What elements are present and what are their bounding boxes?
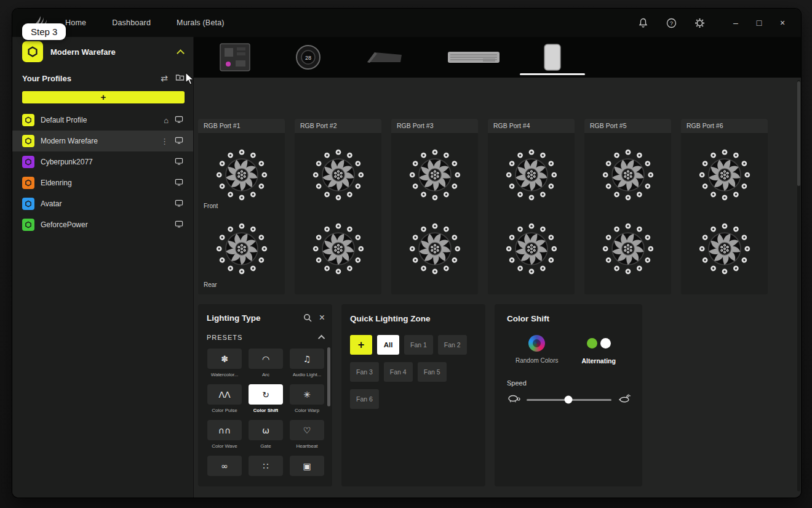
- main-scrollbar-thumb[interactable]: [797, 81, 800, 186]
- close-panel-icon[interactable]: ×: [319, 313, 325, 323]
- profile-name: Avatar: [41, 200, 62, 208]
- fan-zone[interactable]: [407, 220, 463, 277]
- audio-lighting-icon: ♫: [303, 354, 311, 364]
- fan-zone[interactable]: [600, 220, 656, 277]
- new-folder-icon[interactable]: [175, 73, 185, 84]
- presets-section-label: PRESETS: [207, 334, 242, 341]
- preset-color-warp[interactable]: ✳ Color Warp: [289, 384, 325, 413]
- random-colors-option[interactable]: Random Colors: [515, 335, 558, 365]
- profile-icon: [22, 177, 34, 189]
- port-label: RGB Port #4: [488, 119, 575, 133]
- speed-slider-knob[interactable]: [564, 396, 572, 404]
- preset-12[interactable]: ▣: [289, 456, 325, 479]
- search-icon[interactable]: [303, 313, 312, 322]
- heartbeat-icon: ♡: [303, 425, 311, 435]
- gate-icon: ω: [262, 425, 269, 435]
- fan-zone[interactable]: [310, 147, 367, 203]
- notifications-bell-icon[interactable]: [637, 17, 648, 28]
- zone-button-all[interactable]: All: [377, 335, 399, 355]
- zone-button-fan-5[interactable]: Fan 5: [418, 362, 447, 382]
- close-button[interactable]: ×: [778, 18, 787, 28]
- rgb-ports-row: RGB Port #1 Front Rear RGB Port #2: [198, 119, 801, 294]
- preset-audio-lighting[interactable]: ♫ Audio Light...: [289, 349, 325, 377]
- nav-murals-beta[interactable]: Murals (Beta): [177, 18, 225, 27]
- device-tab-motherboard[interactable]: [218, 37, 252, 78]
- zone-button-fan-6[interactable]: Fan 6: [350, 389, 379, 409]
- add-zone-button[interactable]: +: [350, 335, 372, 355]
- preset-10[interactable]: ∞: [207, 456, 242, 479]
- window-controls: – □ ×: [731, 18, 787, 28]
- device-tab-keyboard[interactable]: [447, 37, 500, 78]
- profile-row-eldenring[interactable]: Eldenring: [12, 172, 193, 193]
- link-icon: ∞: [221, 461, 228, 471]
- main-scrollbar[interactable]: [797, 80, 800, 491]
- profile-icon: [22, 198, 34, 210]
- help-icon[interactable]: ?: [666, 17, 677, 28]
- fan-zone[interactable]: [503, 220, 560, 277]
- fan-zone[interactable]: [503, 147, 560, 203]
- zone-button-fan-4[interactable]: Fan 4: [384, 362, 413, 382]
- active-profile-header[interactable]: Modern Warefare: [12, 37, 193, 67]
- preset-11[interactable]: ∷: [248, 456, 284, 479]
- speed-slider[interactable]: [527, 399, 611, 401]
- nav-home[interactable]: Home: [65, 18, 86, 27]
- preset-color-wave[interactable]: ∩∩ Color Wave: [207, 420, 242, 449]
- presets-collapse-chevron-icon[interactable]: [318, 335, 325, 342]
- arc-icon: ◠: [262, 354, 269, 364]
- fan-zone[interactable]: [600, 147, 656, 203]
- profile-row-avatar[interactable]: Avatar: [12, 193, 193, 214]
- lighting-setup-content: RGB Port #1 Front Rear RGB Port #2: [194, 78, 801, 498]
- profile-icon: [22, 114, 34, 126]
- minimize-button[interactable]: –: [731, 18, 741, 28]
- step-tooltip: Step 3: [22, 23, 66, 40]
- color-warp-icon: ✳: [303, 390, 311, 400]
- fan-zone[interactable]: [310, 220, 367, 277]
- preset-color-pulse[interactable]: ΛΛ Color Pulse: [207, 384, 242, 413]
- port-label: RGB Port #3: [391, 119, 478, 133]
- quick-lighting-zone-panel: Quick Lighting Zone + All Fan 1 Fan 2 Fa…: [341, 304, 485, 486]
- fan-zone[interactable]: [696, 220, 753, 277]
- zone-button-fan-1[interactable]: Fan 1: [404, 335, 433, 355]
- add-profile-button[interactable]: +: [22, 91, 185, 103]
- settings-gear-icon[interactable]: [694, 17, 705, 28]
- device-tab-cooler[interactable]: 28: [295, 37, 322, 78]
- preset-arc[interactable]: ◠ Arc: [248, 349, 284, 377]
- svg-text:?: ?: [669, 20, 672, 26]
- preset-watercolor[interactable]: ✽ Watercolor...: [207, 349, 242, 377]
- preset-gate[interactable]: ω Gate: [248, 420, 284, 449]
- watercolor-icon: ✽: [221, 354, 228, 364]
- device-tab-fan-controller[interactable]: [543, 37, 562, 78]
- maximize-button[interactable]: □: [754, 18, 764, 28]
- preset-grid: ✽ Watercolor... ◠ Arc ♫ Audio Light...: [207, 349, 325, 479]
- profile-row-cyberpunk2077[interactable]: Cyberpunk2077: [12, 151, 193, 172]
- speed-slider-row: [507, 394, 631, 405]
- device-icon: [175, 198, 183, 209]
- profile-row-modern-warefare[interactable]: Modern Warefare ⋮: [12, 131, 193, 151]
- import-export-icon[interactable]: ⇄: [161, 73, 168, 83]
- main-area: 28: [194, 37, 801, 498]
- preset-color-shift[interactable]: ↻ Color Shift: [248, 384, 284, 413]
- zone-button-fan-2[interactable]: Fan 2: [438, 335, 467, 355]
- collapse-chevron-up-icon[interactable]: [177, 49, 185, 57]
- alternating-icon: [587, 335, 611, 352]
- row-menu-icon[interactable]: ⋮: [161, 137, 169, 146]
- device-icon: [175, 177, 183, 188]
- alternating-option[interactable]: Alternating: [581, 335, 615, 365]
- port-label: RGB Port #2: [295, 119, 381, 133]
- presets-scrollbar[interactable]: [327, 347, 330, 406]
- device-tab-strip: 28: [194, 37, 801, 78]
- fan-zone[interactable]: [407, 147, 463, 203]
- your-profiles-label: Your Profiles: [22, 74, 71, 83]
- fan-zone-front[interactable]: [213, 147, 270, 203]
- preset-heartbeat[interactable]: ♡ Heartbeat: [289, 420, 325, 449]
- profile-row-default[interactable]: Default Profile ⌂: [12, 110, 193, 131]
- main-nav: Home Dashboard Murals (Beta): [65, 18, 225, 27]
- nav-dashboard[interactable]: Dashboard: [112, 18, 151, 27]
- device-tab-accessory[interactable]: [365, 37, 404, 78]
- fan-zone[interactable]: [696, 147, 753, 203]
- profile-name: Modern Warefare: [41, 137, 98, 145]
- fan-zone-rear[interactable]: [213, 220, 270, 277]
- color-shift-panel: Color Shift Random Colors: [495, 304, 642, 486]
- profile-row-geforcepower[interactable]: GeforcePower: [12, 214, 193, 235]
- zone-button-fan-3[interactable]: Fan 3: [350, 362, 379, 382]
